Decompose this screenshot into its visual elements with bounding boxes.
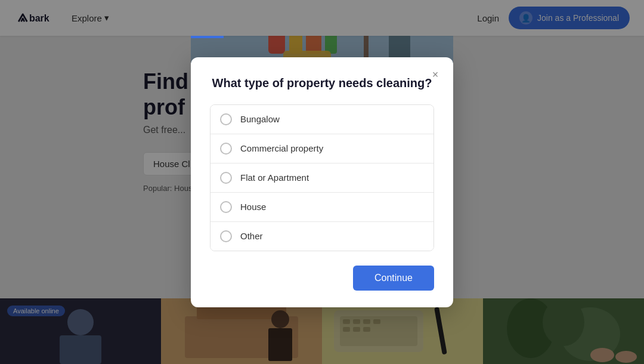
option-bungalow[interactable]: Bungalow (210, 105, 434, 134)
radio-commercial (220, 143, 232, 155)
radio-bungalow (220, 113, 232, 125)
option-bungalow-label: Bungalow (240, 114, 280, 124)
property-type-modal: × What type of property needs cleaning? … (191, 57, 453, 307)
progress-fill (191, 36, 224, 38)
modal-close-button[interactable]: × (427, 67, 444, 84)
option-other-label: Other (240, 231, 263, 241)
radio-flat (220, 172, 232, 184)
option-other[interactable]: Other (210, 222, 434, 251)
option-house-label: House (240, 202, 266, 212)
continue-section: Continue (210, 266, 434, 291)
option-flat-label: Flat or Apartment (240, 172, 309, 183)
close-icon: × (432, 69, 439, 81)
option-commercial[interactable]: Commercial property (210, 134, 434, 164)
radio-other (220, 230, 232, 242)
property-options-list: Bungalow Commercial property Flat or Apa… (210, 104, 434, 251)
option-house[interactable]: House (210, 193, 434, 222)
modal-overlay: × What type of property needs cleaning? … (0, 0, 644, 364)
radio-house (220, 201, 232, 213)
continue-button[interactable]: Continue (353, 266, 434, 291)
progress-bar-area (191, 36, 453, 38)
modal-title: What type of property needs cleaning? (210, 76, 434, 90)
option-commercial-label: Commercial property (240, 143, 323, 153)
option-flat[interactable]: Flat or Apartment (210, 164, 434, 193)
